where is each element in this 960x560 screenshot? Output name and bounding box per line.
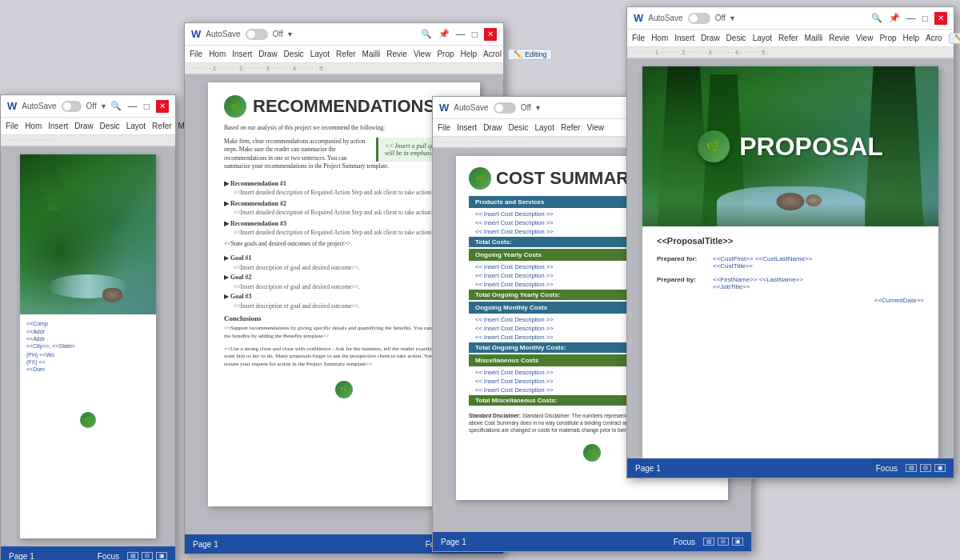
menu-design-3[interactable]: Desic [508,123,528,132]
view-icons-1: ▤ ⊟ ▣ [127,552,167,560]
menu-view-4[interactable]: View [856,34,874,42]
menu-acro-4[interactable]: Acro [926,34,942,42]
menu-design-4[interactable]: Desic [726,34,746,42]
status-right-4: Focus ▤ ⊟ ▣ [876,464,946,473]
autosave-toggle-4[interactable] [688,13,710,24]
menu-draw-1[interactable]: Draw [74,122,93,130]
menu-mailings-2[interactable]: Mailli [362,50,381,58]
chevron-icon-3[interactable]: ▾ [536,103,540,112]
menu-help-2[interactable]: Help [461,50,478,58]
chevron-down-icon-2[interactable]: ▾ [288,30,292,38]
menu-insert-3[interactable]: Insert [457,123,477,132]
menu-prop-4[interactable]: Prop [879,34,896,42]
view-icon-print-1[interactable]: ▤ [127,552,138,560]
menu-insert-1[interactable]: Insert [48,122,68,130]
minimize-icon-2[interactable]: — [456,29,466,40]
rec-item-3: ▶ Recommendation #3 [224,220,464,227]
autosave-toggle-2[interactable] [246,29,268,40]
menu-references-2[interactable]: Refer [336,50,355,58]
menu-bar-2: File Hom Insert Draw Desic Layot Refer M… [185,46,503,63]
autosave-toggle-3[interactable] [494,102,516,114]
menu-file-2[interactable]: File [190,50,202,58]
menu-insert-4[interactable]: Insert [674,34,694,42]
autosave-toggle-1[interactable] [62,101,82,112]
focus-label-1[interactable]: Focus [98,552,119,561]
menu-draw-4[interactable]: Draw [701,34,719,42]
menu-layout-2[interactable]: Layot [310,50,330,58]
menu-draw-2[interactable]: Draw [258,50,277,58]
proposal-title-field: <<ProposalTitle>> [657,236,924,246]
cust-title-value: <<CustTitle>> [713,262,813,270]
search-icon-4[interactable]: 🔍 [871,13,882,23]
maximize-icon-1[interactable]: □ [144,101,150,112]
word-window-background[interactable]: W AutoSave Off ▾ 🔍 — □ ✕ File Hom Insert… [0,94,176,560]
menu-review-4[interactable]: Revie [829,34,850,42]
minimize-icon-1[interactable]: — [128,101,138,112]
menu-home-4[interactable]: Hom [651,34,668,42]
search-icon-2[interactable]: 🔍 [421,29,432,39]
menu-mailings-4[interactable]: Mailli [805,34,823,42]
goal-1: ▶ Goal #1 [224,254,464,262]
focus-label-4[interactable]: Focus [876,464,898,473]
menu-home-2[interactable]: Hom [209,50,226,58]
menu-design-1[interactable]: Desic [100,122,120,130]
rec-item-2: ▶ Recommendation #2 [224,200,464,207]
view-icon-read-3[interactable]: ▣ [732,538,743,546]
title-bar-controls-1: 🔍 — □ ✕ [110,100,169,113]
menu-references-4[interactable]: Refer [778,34,798,42]
chevron-down-icon-1[interactable]: ▾ [102,102,106,110]
menu-view-3[interactable]: View [586,123,604,132]
close-button-4[interactable]: ✕ [934,12,947,25]
chevron-icon-4[interactable]: ▾ [730,14,734,22]
editing-button-2[interactable]: ✏️ Editing [508,49,553,60]
close-button-1[interactable]: ✕ [156,100,169,113]
menu-layout-3[interactable]: Layot [535,123,554,132]
view-icon-read-1[interactable]: ▣ [156,552,167,560]
menu-review-2[interactable]: Revie [386,50,407,58]
menu-file-3[interactable]: File [438,123,450,132]
focus-label-3[interactable]: Focus [674,538,695,546]
word-window-proposal[interactable]: W AutoSave Off ▾ 🔍 📌 — □ ✕ File Hom Inse… [626,6,954,478]
conclusions-title: Conclusions [224,314,464,322]
menu-prop-2[interactable]: Prop [437,50,454,58]
view-icon-print-3[interactable]: ▤ [703,538,714,546]
goal-2-desc: <<Insert description of goal and desired… [234,283,464,290]
maximize-icon-4[interactable]: □ [922,13,928,24]
job-title-value: <<JobTitle>> [713,283,803,290]
view-icon-print-4[interactable]: ▤ [906,464,917,472]
autosave-label-1: AutoSave [22,102,56,110]
maximize-icon-2[interactable]: □ [472,29,478,40]
menu-layout-1[interactable]: Layot [126,122,146,130]
word-logo-3: W [439,102,449,114]
menu-bar-4: File Hom Insert Draw Desic Layot Refer M… [627,30,954,47]
rec-item-1: ▶ Recommendation #1 [224,180,464,187]
editing-button-4[interactable]: ✏️ Editing [949,33,960,44]
prepared-by-row: Prepared by: <<FirstName>> <<LastName>> … [657,276,924,290]
word-logo-1: W [7,100,17,112]
menu-references-3[interactable]: Refer [561,123,580,132]
menu-references-1[interactable]: Refer [152,122,171,130]
doc-page-1: <<Comp <<Addr <<Addr <<City>>, <<State> … [20,154,156,538]
minimize-icon-4[interactable]: — [906,13,916,24]
goal-3: ▶ Goal #3 [224,293,464,300]
menu-view-2[interactable]: View [414,50,431,58]
search-icon-1[interactable]: 🔍 [110,101,122,111]
view-icon-read-4[interactable]: ▣ [934,464,946,472]
menu-file-1[interactable]: File [6,122,18,130]
menu-home-1[interactable]: Hom [25,122,42,130]
view-icon-web-3[interactable]: ⊟ [718,538,729,546]
pin-icon-2[interactable]: 📌 [438,29,450,39]
rec-1-desc: <<Insert detailed description of Require… [234,189,464,196]
city-placeholder: <<City>>, <<State> [26,343,150,349]
view-icon-web-1[interactable]: ⊟ [142,552,153,560]
menu-help-4[interactable]: Help [903,34,920,42]
menu-design-2[interactable]: Desic [284,50,304,58]
close-button-2[interactable]: ✕ [484,28,497,41]
menu-draw-3[interactable]: Draw [483,123,502,132]
menu-acro-2[interactable]: Acrol [483,50,502,58]
help-icon-4[interactable]: 📌 [889,13,900,23]
menu-file-4[interactable]: File [632,34,645,42]
menu-insert-2[interactable]: Insert [232,50,252,58]
view-icon-web-4[interactable]: ⊟ [920,464,931,472]
menu-layout-4[interactable]: Layot [753,34,772,42]
